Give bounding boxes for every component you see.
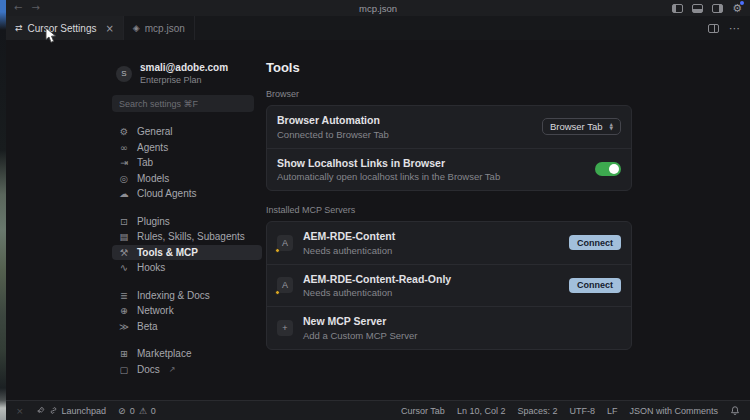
rocket-icon xyxy=(36,406,45,415)
account-info: S smali@adobe.com Enterprise Plan xyxy=(112,62,262,85)
avatar: S xyxy=(116,66,132,82)
cursor-tab-status[interactable]: Cursor Tab xyxy=(401,406,445,416)
browser-section-label: Browser xyxy=(266,89,632,99)
toggle-left-panel-icon[interactable] xyxy=(672,4,683,13)
sidebar-item-label: Models xyxy=(137,173,169,184)
split-editor-icon[interactable] xyxy=(708,24,719,33)
server-avatar: A xyxy=(277,277,293,293)
setting-subtitle: Automatically open localhost links in th… xyxy=(277,171,585,182)
new-mcp-server-row[interactable]: + New MCP Server Add a Custom MCP Server xyxy=(267,306,631,349)
settings-gear-icon[interactable]: ⚙ xyxy=(732,3,742,14)
localhost-links-row: Show Localhost Links in Browser Automati… xyxy=(267,148,631,191)
cursor-position[interactable]: Ln 10, Col 2 xyxy=(457,406,506,416)
cursor-app-window: ← → mcp.json ⚙ ⇄ Cursor Settings × ◈ mcp… xyxy=(6,0,750,420)
history-back-icon[interactable]: ← xyxy=(14,3,22,13)
sidebar-item-label: Agents xyxy=(137,142,168,153)
mcp-servers-card: A AEM-RDE-Content Needs authentication C… xyxy=(266,221,632,350)
tab-arrow-icon: ⇥ xyxy=(118,157,130,168)
setting-title: Show Localhost Links in Browser xyxy=(277,157,585,169)
sidebar-item-agents[interactable]: ∞ Agents xyxy=(112,140,262,156)
tab-label: mcp.json xyxy=(145,23,185,34)
page-title: Tools xyxy=(266,60,632,75)
sidebar-item-label: Beta xyxy=(137,321,158,332)
encoding-status[interactable]: UTF-8 xyxy=(569,406,595,416)
warnings-count: 0 xyxy=(151,406,156,416)
search-settings-input[interactable] xyxy=(112,95,254,112)
setting-title: Browser Automation xyxy=(277,114,532,126)
browser-target-dropdown[interactable]: Browser Tab ▲ ▼ xyxy=(542,118,621,135)
history-forward-icon[interactable]: → xyxy=(31,3,39,13)
toggle-bottom-panel-icon[interactable] xyxy=(692,4,703,13)
launchpad-label: Launchpad xyxy=(62,406,107,416)
external-link-icon: ↗ xyxy=(169,365,176,374)
sidebar-item-network[interactable]: ⊕ Network xyxy=(112,303,262,319)
globe-icon: ⊕ xyxy=(118,305,130,316)
nav-group-external: ⊞ Marketplace ▢ Docs ↗ xyxy=(112,346,262,377)
window-title: mcp.json xyxy=(6,3,750,14)
tab-cursor-settings[interactable]: ⇄ Cursor Settings × xyxy=(6,16,124,40)
sidebar-item-rules[interactable]: ▤ Rules, Skills, Subagents xyxy=(112,229,262,245)
sidebar-item-general[interactable]: ⚙ General xyxy=(112,124,262,140)
database-icon: ≣ xyxy=(118,290,130,301)
language-mode[interactable]: JSON with Comments xyxy=(629,406,718,416)
setting-subtitle: Connected to Browser Tab xyxy=(277,129,532,140)
browser-automation-row: Browser Automation Connected to Browser … xyxy=(267,106,631,148)
model-icon: ◎ xyxy=(118,173,130,184)
hook-icon: ∿ xyxy=(118,262,130,273)
status-bar: × Launchpad ⊘ 0 ⚠ 0 Cursor Tab Ln 10, Co… xyxy=(6,400,750,420)
account-email: smali@adobe.com xyxy=(140,62,228,73)
cloud-icon: ☁ xyxy=(118,188,130,199)
editor-tab-bar: ⇄ Cursor Settings × ◈ mcp.json ⋯ xyxy=(6,16,750,40)
connect-button[interactable]: Connect xyxy=(569,235,621,250)
notifications-bell-icon[interactable] xyxy=(730,405,740,416)
nav-group-extensibility: ⊡ Plugins ▤ Rules, Skills, Subagents ⚒ T… xyxy=(112,214,262,276)
errors-count: 0 xyxy=(130,406,135,416)
tab-mcp-json[interactable]: ◈ mcp.json xyxy=(124,16,195,40)
server-name: AEM-RDE-Content xyxy=(303,230,559,242)
localhost-links-toggle[interactable] xyxy=(595,162,621,176)
nav-group-resources: ≣ Indexing & Docs ⊕ Network ≫ Beta xyxy=(112,288,262,335)
sidebar-item-indexing-docs[interactable]: ≣ Indexing & Docs xyxy=(112,288,262,304)
server-avatar: A xyxy=(277,235,293,251)
launchpad-button[interactable]: Launchpad xyxy=(36,406,107,416)
mcp-server-row: A AEM-RDE-Content-Read-Only Needs authen… xyxy=(267,264,631,307)
server-name: AEM-RDE-Content-Read-Only xyxy=(303,273,559,285)
sidebar-item-tab[interactable]: ⇥ Tab xyxy=(112,155,262,171)
sidebar-item-cloud-agents[interactable]: ☁ Cloud Agents xyxy=(112,186,262,202)
sidebar-item-models[interactable]: ◎ Models xyxy=(112,171,262,187)
toggle-right-panel-icon[interactable] xyxy=(712,4,723,13)
sidebar-item-docs[interactable]: ▢ Docs ↗ xyxy=(112,362,262,378)
settings-main-content: Tools Browser Browser Automation Connect… xyxy=(266,60,632,350)
server-status: Needs authentication xyxy=(303,245,559,256)
sidebar-item-hooks[interactable]: ∿ Hooks xyxy=(112,260,262,276)
plugin-icon: ⊡ xyxy=(118,216,130,227)
infinity-icon: ∞ xyxy=(118,142,130,153)
sidebar-item-label: Hooks xyxy=(137,262,165,273)
sidebar-item-label: General xyxy=(137,126,173,137)
close-tab-icon[interactable]: × xyxy=(105,23,113,34)
sidebar-item-plugins[interactable]: ⊡ Plugins xyxy=(112,214,262,230)
dropdown-value: Browser Tab xyxy=(550,121,603,132)
gear-icon: ⚙ xyxy=(118,126,130,137)
double-chevron-icon: ≫ xyxy=(118,321,130,332)
book-icon: ▢ xyxy=(118,364,130,375)
sidebar-item-marketplace[interactable]: ⊞ Marketplace xyxy=(112,346,262,362)
json-file-icon: ◈ xyxy=(133,23,140,33)
problems-indicator[interactable]: ⊘ 0 ⚠ 0 xyxy=(118,406,156,416)
link-icon xyxy=(49,406,58,415)
gear-notification-badge xyxy=(740,1,744,5)
sidebar-item-label: Tools & MCP xyxy=(137,247,198,258)
needs-auth-dot xyxy=(275,290,280,295)
account-plan: Enterprise Plan xyxy=(140,75,228,85)
browser-settings-card: Browser Automation Connected to Browser … xyxy=(266,105,632,191)
sidebar-item-tools-mcp[interactable]: ⚒ Tools & MCP xyxy=(112,245,262,261)
tab-label: Cursor Settings xyxy=(28,23,97,34)
connect-button[interactable]: Connect xyxy=(569,278,621,293)
indentation-status[interactable]: Spaces: 2 xyxy=(517,406,557,416)
sliders-icon: ⇄ xyxy=(15,23,23,33)
remote-indicator-icon[interactable]: × xyxy=(16,406,24,416)
eol-status[interactable]: LF xyxy=(607,406,618,416)
sidebar-item-beta[interactable]: ≫ Beta xyxy=(112,319,262,335)
server-status: Add a Custom MCP Server xyxy=(303,330,621,341)
more-actions-icon[interactable]: ⋯ xyxy=(729,23,740,34)
